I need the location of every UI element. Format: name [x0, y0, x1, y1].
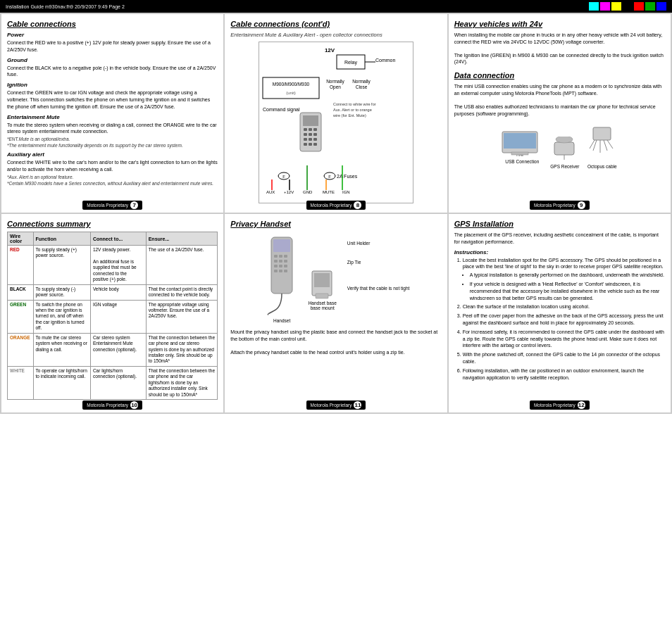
svg-rect-62	[284, 255, 287, 258]
panel4-footer: Motorola Proprietary 10	[1, 401, 223, 410]
auxiliary-alert-note2: *Certain M930 models have a Series conne…	[7, 181, 218, 186]
color-yellow	[611, 2, 621, 11]
svg-text:MUTE: MUTE	[323, 190, 335, 194]
wire-red: RED	[8, 246, 34, 285]
orange-function: To mute the car stereo system when recei…	[33, 333, 90, 366]
svg-rect-18	[309, 138, 312, 141]
entertainment-mute-note1: *ENT.Mute is an optional/extra.	[7, 137, 218, 141]
svg-rect-74	[316, 294, 328, 298]
panel-privacy-handset: Privacy Handset	[224, 213, 447, 413]
svg-text:M900/M900/M930: M900/M900/M930	[273, 82, 310, 87]
cable-connections-contd-title: Cable connections (cont'd)	[230, 20, 441, 28]
ignition-subtitle: Ignition	[7, 82, 218, 88]
badge-number-12: 12	[578, 401, 585, 409]
green-connect: IGN voltage	[90, 300, 146, 333]
svg-text:Close: Close	[356, 84, 368, 89]
verify-label: Verify that the cable is not tight	[347, 286, 410, 291]
gps-receiver-label: GPS Receiver	[550, 164, 579, 169]
svg-text:(unit): (unit)	[286, 91, 296, 95]
table-row-red: RED To supply steady (+) power source. 1…	[8, 246, 218, 285]
svg-rect-52	[593, 127, 611, 140]
white-connect: Car lights/horn connection (optional).	[90, 366, 146, 399]
table-row-green: GREEN To switch the phone on when the ca…	[8, 300, 218, 333]
svg-text:Common: Common	[375, 58, 396, 63]
top-bar: Installation Guide m930nav.fh9 20/9/2007…	[0, 0, 672, 13]
col-connect: Connect to...	[90, 232, 146, 246]
svg-rect-5	[263, 77, 319, 99]
heavy-vehicles-title: Heavy vehicles with 24v	[454, 20, 665, 28]
black-function: To supply steady (-) power source.	[33, 284, 90, 300]
table-row-black: BLACK To supply steady (-) power source.…	[8, 284, 218, 300]
handset-diagram-area: Handset Handset base base mount Unit Hol…	[230, 234, 441, 323]
svg-rect-15	[309, 133, 312, 136]
motorola-badge-10: Motorola Proprietary 10	[82, 401, 142, 410]
table-row-orange: ORANGE To mute the car stereo system whe…	[8, 333, 218, 366]
svg-line-57	[590, 140, 595, 149]
entertainment-mute-subtitle: Entertainment Mute	[7, 114, 218, 120]
motorola-proprietary-label-7: Motorola Proprietary	[87, 203, 128, 208]
white-function: To operate car lights/horn to indicate i…	[33, 366, 90, 399]
gps-step-2: Clean the surface of the installation lo…	[463, 303, 665, 310]
usb-connection-label: USB Connection	[505, 159, 539, 164]
privacy-handset-title: Privacy Handset	[230, 220, 441, 228]
svg-rect-22	[313, 143, 317, 146]
wire-green: GREEN	[8, 300, 34, 333]
svg-text:IGN: IGN	[342, 190, 350, 194]
svg-text:Normally: Normally	[326, 79, 344, 84]
cable-connections-title: Cable connections	[7, 20, 218, 28]
base-mount-label: base mount	[311, 305, 335, 310]
svg-rect-11	[304, 128, 307, 131]
svg-rect-66	[274, 265, 278, 267]
svg-rect-69	[274, 270, 278, 272]
unit-holder-label: Unit Holder	[347, 241, 371, 246]
gps-instructions-title: Instructions:	[454, 249, 665, 256]
svg-rect-71	[284, 270, 287, 272]
badge-number-9: 9	[578, 201, 585, 209]
panel1-footer: Motorola Proprietary 7	[1, 201, 223, 210]
svg-rect-16	[313, 133, 317, 136]
svg-text:Relay: Relay	[344, 60, 357, 65]
color-cyan	[589, 2, 599, 11]
col-ensure: Ensure...	[146, 232, 218, 246]
svg-rect-13	[313, 128, 317, 131]
color-blue	[657, 2, 666, 11]
ignition-line-text: The Ignition line (GREEN) in M900 & M930…	[454, 52, 665, 66]
heavy-vehicles-text: When installing the mobile car phone in …	[454, 32, 665, 46]
color-black	[623, 2, 633, 11]
motorola-proprietary-label-10: Motorola Proprietary	[87, 403, 128, 408]
svg-rect-10	[303, 115, 318, 126]
svg-rect-65	[284, 260, 287, 263]
badge-number-8: 8	[354, 201, 361, 209]
ground-subtitle: Ground	[7, 57, 218, 63]
motorola-badge-11: Motorola Proprietary 11	[306, 401, 366, 410]
handset-label: Handset	[273, 318, 290, 323]
zip-tie-label: Zip Tie	[347, 260, 361, 265]
svg-rect-12	[309, 128, 312, 131]
data-connection-text2: The USB also enables authorized technici…	[454, 103, 665, 118]
handset-device-svg	[263, 234, 301, 318]
gps-step-6: Following installation, with the car pos…	[463, 367, 665, 381]
auxiliary-alert-text: Connect the WHITE wire to the car's horn…	[7, 159, 218, 173]
svg-text:USB: USB	[516, 154, 524, 156]
svg-point-50	[556, 137, 573, 143]
svg-rect-67	[279, 265, 282, 267]
svg-text:AUX: AUX	[266, 190, 275, 194]
svg-text:Normally: Normally	[352, 79, 371, 84]
svg-rect-46	[504, 133, 536, 149]
panel-connections-summary: Connections summary Wire color Function …	[1, 213, 224, 413]
svg-text:+12V: +12V	[284, 190, 294, 194]
ground-text: Connect the BLACK wire to a negative pol…	[7, 65, 218, 79]
gps-steps-list: Locate the best installation spot for th…	[454, 257, 665, 381]
motorola-badge-9: Motorola Proprietary 9	[530, 201, 590, 210]
svg-text:Aux. Alert or to orange: Aux. Alert or to orange	[333, 108, 372, 112]
svg-rect-64	[279, 260, 282, 263]
svg-text:wire  (for Ent. Mute): wire (for Ent. Mute)	[332, 113, 366, 118]
gps-diagram-area: USB USB Connection GPS Receiver	[454, 122, 665, 169]
svg-text:Command signal: Command signal	[263, 107, 300, 113]
svg-rect-70	[279, 270, 282, 272]
gps-step-1: Locate the best installation spot for th…	[463, 257, 665, 302]
data-connection-text1: The mini USB connection enables using th…	[454, 83, 665, 97]
svg-rect-68	[284, 265, 287, 267]
red-function: To supply steady (+) power source.	[33, 246, 90, 285]
entertainment-mute-text: To mute the stereo system when receiving…	[7, 122, 218, 136]
